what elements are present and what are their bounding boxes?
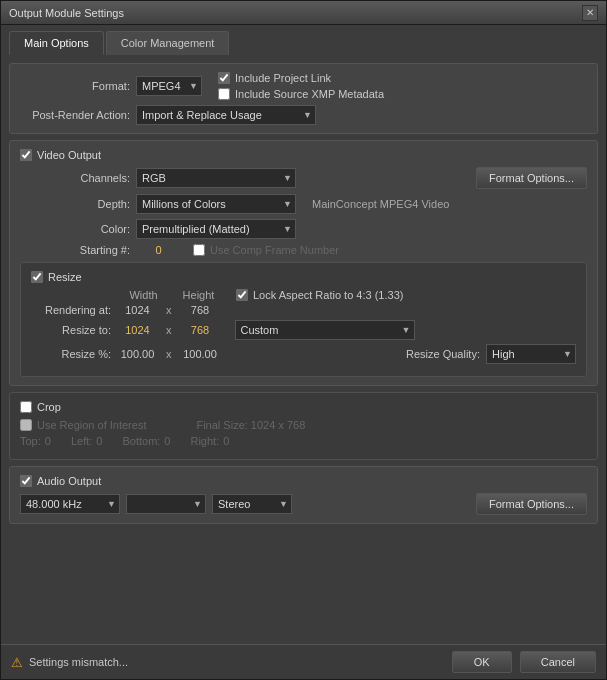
lock-aspect-label: Lock Aspect Ratio to 4:3 (1.33) (253, 289, 403, 301)
use-roi-row: Use Region of Interest (20, 419, 146, 431)
close-button[interactable]: ✕ (582, 5, 598, 21)
audio-extra-wrapper: ▼ (126, 494, 206, 514)
main-content: Format: MPEG4 ▼ Include Project Link Inc… (1, 55, 606, 644)
crop-label: Crop (37, 401, 61, 413)
use-comp-row: Use Comp Frame Number (193, 244, 339, 256)
sample-rate-wrapper: 48.000 kHz ▼ (20, 494, 120, 514)
lock-aspect-checkbox[interactable] (236, 289, 248, 301)
rendering-x-sep: x (164, 304, 174, 316)
channels-row: Channels: RGB ▼ Format Options... (20, 167, 587, 189)
audio-output-section: Audio Output 48.000 kHz ▼ ▼ S (9, 466, 598, 524)
quality-select-wrapper: High ▼ (486, 344, 576, 364)
color-select[interactable]: Premultiplied (Matted) (136, 219, 296, 239)
video-output-title: Video Output (20, 149, 587, 161)
resize-to-label: Resize to: (31, 324, 111, 336)
tab-main-options[interactable]: Main Options (9, 31, 104, 55)
footer: ⚠ Settings mismatch... OK Cancel (1, 644, 606, 679)
left-value: 0 (96, 435, 102, 447)
crop-options-row: Use Region of Interest Final Size: 1024 … (20, 419, 587, 431)
right-label: Right: (190, 435, 219, 447)
warning-text: Settings mismatch... (29, 656, 128, 668)
format-section: Format: MPEG4 ▼ Include Project Link Inc… (9, 63, 598, 134)
post-render-row: Post-Render Action: Import & Replace Usa… (20, 105, 587, 125)
crop-section: Crop Use Region of Interest Final Size: … (9, 392, 598, 460)
crop-left: Left: 0 (71, 435, 103, 447)
include-source-xmp-row: Include Source XMP Metadata (218, 88, 384, 100)
format-checkboxes: Include Project Link Include Source XMP … (218, 72, 384, 100)
resize-checkbox[interactable] (31, 271, 43, 283)
sample-rate-select[interactable]: 48.000 kHz (20, 494, 120, 514)
depth-row: Depth: Millions of Colors ▼ MainConcept … (20, 194, 587, 214)
audio-extra-select[interactable] (126, 494, 206, 514)
starting-row: Starting #: 0 Use Comp Frame Number (20, 244, 587, 256)
resize-to-width[interactable]: 1024 (115, 324, 160, 336)
resize-section: Resize Width Height Lock Aspect Ratio to… (20, 262, 587, 377)
channels-select-wrapper: RGB ▼ (136, 168, 296, 188)
resize-pct-label: Resize %: (31, 348, 111, 360)
top-value: 0 (45, 435, 51, 447)
footer-left: ⚠ Settings mismatch... (11, 655, 128, 670)
lock-aspect-row: Lock Aspect Ratio to 4:3 (1.33) (236, 289, 403, 301)
include-project-link-checkbox[interactable] (218, 72, 230, 84)
cancel-button[interactable]: Cancel (520, 651, 596, 673)
resize-pct-height: 100.00 (178, 348, 223, 360)
crop-title: Crop (20, 401, 587, 413)
video-format-options-btn[interactable]: Format Options... (476, 167, 587, 189)
quality-select[interactable]: High (486, 344, 576, 364)
height-col-header: Height (171, 289, 226, 301)
channel-select[interactable]: Stereo (212, 494, 292, 514)
post-render-label: Post-Render Action: (20, 109, 130, 121)
use-comp-checkbox[interactable] (193, 244, 205, 256)
color-label: Color: (20, 223, 130, 235)
resize-to-x-sep: x (164, 324, 174, 336)
use-roi-checkbox[interactable] (20, 419, 32, 431)
crop-bottom: Bottom: 0 (122, 435, 170, 447)
video-output-checkbox[interactable] (20, 149, 32, 161)
format-info: MainConcept MPEG4 Video (312, 198, 449, 210)
color-row: Color: Premultiplied (Matted) ▼ (20, 219, 587, 239)
audio-output-checkbox[interactable] (20, 475, 32, 487)
channels-label: Channels: (20, 172, 130, 184)
format-select[interactable]: MPEG4 (136, 76, 202, 96)
rendering-label: Rendering at: (31, 304, 111, 316)
video-output-section: Video Output Channels: RGB ▼ Format Opti… (9, 140, 598, 386)
resize-to-height[interactable]: 768 (178, 324, 223, 336)
video-output-label: Video Output (37, 149, 101, 161)
title-bar: Output Module Settings ✕ (1, 1, 606, 25)
audio-format-options-btn[interactable]: Format Options... (476, 493, 587, 515)
window-title: Output Module Settings (9, 7, 124, 19)
crop-top: Top: 0 (20, 435, 51, 447)
width-col-header: Width (116, 289, 171, 301)
post-render-select[interactable]: Import & Replace Usage (136, 105, 316, 125)
format-label: Format: (20, 80, 130, 92)
audio-output-label: Audio Output (37, 475, 101, 487)
depth-select-wrapper: Millions of Colors ▼ (136, 194, 296, 214)
format-select-wrapper: MPEG4 ▼ (136, 76, 202, 96)
include-source-xmp-label: Include Source XMP Metadata (235, 88, 384, 100)
channel-select-wrapper: Stereo ▼ (212, 494, 292, 514)
include-source-xmp-checkbox[interactable] (218, 88, 230, 100)
include-project-link-label: Include Project Link (235, 72, 331, 84)
use-roi-label: Use Region of Interest (37, 419, 146, 431)
rendering-width: 1024 (115, 304, 160, 316)
quality-label: Resize Quality: (406, 348, 480, 360)
ok-button[interactable]: OK (452, 651, 512, 673)
channels-select[interactable]: RGB (136, 168, 296, 188)
format-row: Format: MPEG4 ▼ Include Project Link Inc… (20, 72, 587, 100)
depth-label: Depth: (20, 198, 130, 210)
audio-output-title: Audio Output (20, 475, 587, 487)
top-label: Top: (20, 435, 41, 447)
output-module-settings-window: Output Module Settings ✕ Main Options Co… (0, 0, 607, 680)
rendering-at-row: Rendering at: 1024 x 768 (31, 304, 576, 316)
resize-preset-select[interactable]: Custom (235, 320, 415, 340)
tab-bar: Main Options Color Management (1, 25, 606, 55)
right-value: 0 (223, 435, 229, 447)
crop-checkbox[interactable] (20, 401, 32, 413)
resize-pct-row: Resize %: 100.00 x 100.00 Resize Quality… (31, 344, 576, 364)
depth-select[interactable]: Millions of Colors (136, 194, 296, 214)
resize-to-row: Resize to: 1024 x 768 Custom ▼ (31, 320, 576, 340)
left-label: Left: (71, 435, 92, 447)
resize-header: Resize (31, 271, 576, 283)
resize-pct-width: 100.00 (115, 348, 160, 360)
tab-color-management[interactable]: Color Management (106, 31, 230, 55)
